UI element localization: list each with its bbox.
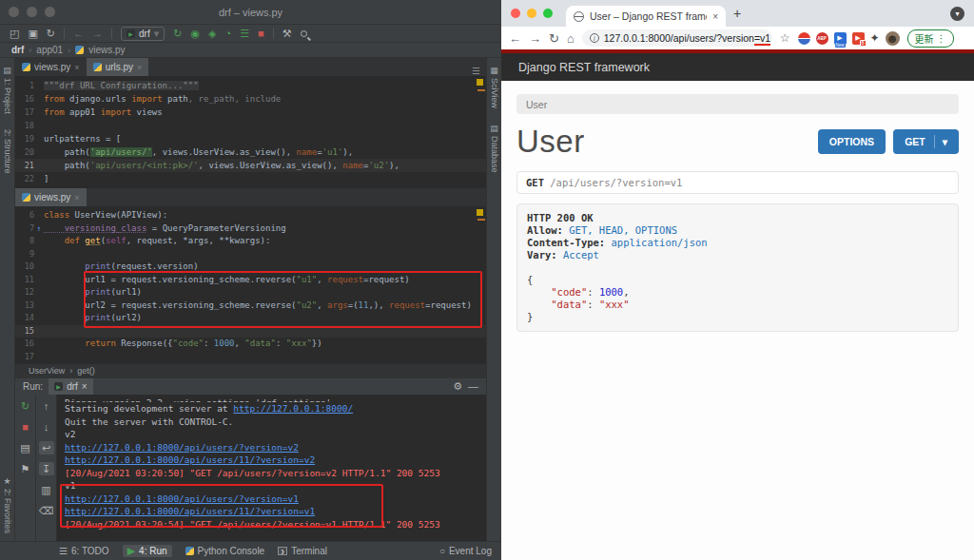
drf-breadcrumb[interactable]: User: [516, 94, 959, 114]
breadcrumb-class[interactable]: UserView: [29, 366, 65, 376]
scroll-to-end-icon[interactable]: ↧: [39, 462, 54, 475]
kebab-menu-icon[interactable]: ⋮: [937, 33, 946, 44]
editor-tabbar-bottom: views.py×: [15, 188, 486, 206]
options-button[interactable]: OPTIONS: [818, 129, 886, 154]
close-tab-icon[interactable]: ×: [712, 11, 718, 22]
run-tab-drf[interactable]: ▶drf×: [49, 378, 93, 396]
new-tab-button[interactable]: +: [733, 6, 741, 21]
adblock-plus-icon[interactable]: ABP: [816, 32, 828, 45]
minimize-panel-icon[interactable]: —: [468, 381, 478, 392]
breadcrumb-function[interactable]: get(): [77, 366, 95, 376]
close-window-icon[interactable]: [511, 9, 520, 18]
breadcrumb-project[interactable]: drf: [11, 45, 24, 55]
toolwindow-project[interactable]: ▤1: Project: [3, 58, 12, 122]
run-console-output[interactable]: Django version 2.2, using settings 'drf.…: [57, 395, 486, 541]
gear-icon[interactable]: ⚙: [453, 381, 462, 392]
download-extension-icon[interactable]: ▶New: [834, 32, 847, 45]
console-link[interactable]: http://127.0.0.1:8000/: [233, 403, 353, 414]
url-version-highlight: =v1: [754, 32, 770, 46]
site-info-icon[interactable]: i: [590, 33, 599, 43]
coverage-icon[interactable]: ◈: [208, 29, 216, 39]
editor-tabbar-top: views.py× urls.py× ☰: [15, 58, 486, 76]
close-tab-icon[interactable]: ×: [137, 63, 142, 72]
clear-console-icon[interactable]: ⌫: [39, 504, 54, 517]
console-toolbar: ↑ ↓ ↩ ↧ ▥ ⌫: [36, 395, 57, 541]
request-line: GET /api/users/?version=v1: [516, 171, 959, 194]
tab-views-py-split[interactable]: views.py×: [15, 188, 87, 206]
open-project-icon[interactable]: ◰: [10, 29, 19, 39]
chevron-down-icon: ▾: [154, 29, 160, 39]
up-stack-icon[interactable]: ↑: [39, 399, 54, 413]
run-config-name: drf: [139, 29, 150, 39]
stop-icon[interactable]: ■: [258, 29, 264, 39]
back-icon[interactable]: ←: [509, 31, 521, 46]
editor-views-py[interactable]: 6class UserView(APIView):7↑ versioning_c…: [15, 206, 486, 364]
browser-window-controls[interactable]: [511, 9, 553, 18]
close-tab-icon[interactable]: ×: [74, 63, 79, 72]
statusbar-terminal[interactable]: ❯Terminal: [278, 546, 327, 556]
stop-icon[interactable]: ■: [18, 420, 33, 434]
profiler-icon[interactable]: ◔: [225, 29, 232, 39]
debug-icon[interactable]: ◉: [190, 29, 200, 39]
breadcrumb-package[interactable]: app01: [36, 45, 63, 55]
statusbar-python-console[interactable]: Python Console: [185, 546, 265, 556]
settings-wrench-icon[interactable]: ⚒: [282, 29, 292, 39]
chevron-down-icon[interactable]: ▾: [943, 136, 947, 147]
browser-tab-title: User – Django REST framework: [590, 10, 707, 22]
statusbar-todo[interactable]: ☰6: TODO: [59, 546, 109, 556]
run-configuration-select[interactable]: ▶ drf ▾: [121, 27, 165, 41]
breadcrumb-file[interactable]: views.py: [88, 45, 125, 55]
get-button[interactable]: GET▾: [893, 129, 959, 154]
editor-breadcrumb: UserView › get(): [15, 364, 486, 377]
print-icon[interactable]: ▥: [39, 483, 54, 496]
forward-icon[interactable]: →: [529, 31, 541, 46]
close-tab-icon[interactable]: ×: [82, 381, 88, 392]
down-stack-icon[interactable]: ↓: [39, 420, 54, 434]
right-toolwindow-stripe: ▦SciView ▤Database: [486, 58, 501, 541]
statusbar-event-log[interactable]: ○Event Log: [439, 546, 492, 556]
extensions-menu-icon[interactable]: ✦: [870, 31, 880, 45]
database-icon: ▤: [490, 124, 499, 133]
run-toolbar-left: ↻ ■ ▤ ⚑: [15, 395, 36, 541]
toolwindow-favorites[interactable]: ★2: Favorites: [3, 469, 12, 541]
extension-ball-icon[interactable]: [798, 32, 810, 45]
drf-navbar: Django REST framework: [501, 53, 974, 81]
pin-icon[interactable]: ⚑: [18, 462, 33, 475]
console-link[interactable]: http://127.0.0.1:8000/api/users/11/?vers…: [65, 506, 315, 516]
soft-wrap-icon[interactable]: ↩: [39, 441, 54, 454]
reload-icon[interactable]: ↻: [549, 31, 559, 46]
back-icon[interactable]: ←: [73, 29, 84, 39]
minimize-window-icon[interactable]: [527, 9, 536, 18]
zoom-window-icon[interactable]: [543, 9, 553, 18]
browser-tab[interactable]: User – Django REST framework ×: [566, 6, 726, 27]
concurrency-icon[interactable]: ☰: [240, 29, 249, 39]
statusbar-run[interactable]: ▶4: Run: [123, 545, 172, 557]
search-icon[interactable]: [301, 30, 307, 37]
console-link[interactable]: http://127.0.0.1:8000/api/users/?version…: [65, 442, 299, 453]
python-file-icon: [75, 46, 84, 54]
tab-urls-py[interactable]: urls.py×: [87, 58, 149, 76]
save-icon[interactable]: ▣: [28, 29, 37, 39]
rerun-icon[interactable]: ↻: [173, 29, 182, 39]
rerun-icon[interactable]: ↻: [18, 399, 33, 413]
console-link[interactable]: http://127.0.0.1:8000/api/users/?version…: [65, 493, 299, 504]
editor-urls-py[interactable]: 1"""drf URL Configuration..."""16from dj…: [15, 76, 486, 188]
console-link[interactable]: http://127.0.0.1:8000/api/users/11/?vers…: [65, 454, 315, 465]
tab-views-py[interactable]: views.py×: [15, 58, 87, 76]
close-tab-icon[interactable]: ×: [74, 193, 79, 203]
toolwindow-structure[interactable]: 2: Structure: [3, 122, 12, 182]
drf-brand[interactable]: Django REST framework: [518, 61, 650, 74]
profile-avatar[interactable]: ☻: [886, 31, 900, 46]
tab-options-icon[interactable]: ☰: [466, 66, 486, 76]
bookmark-star-icon[interactable]: ☆: [780, 31, 790, 45]
chrome-update-button[interactable]: 更新⋮: [907, 29, 954, 48]
restore-layout-icon[interactable]: ▤: [18, 441, 33, 454]
toolwindow-database[interactable]: ▤Database: [490, 116, 499, 181]
sync-icon[interactable]: ↻: [47, 29, 55, 39]
bilibili-extension-icon[interactable]: ▶B: [852, 32, 865, 45]
toolwindow-sciview[interactable]: ▦SciView: [490, 58, 499, 116]
forward-icon[interactable]: →: [92, 29, 103, 39]
address-bar[interactable]: i 127.0.0.1:8000/api/users/?version=v1: [582, 29, 772, 47]
home-icon[interactable]: ⌂: [567, 31, 575, 46]
tab-search-icon[interactable]: ▾: [950, 7, 964, 21]
